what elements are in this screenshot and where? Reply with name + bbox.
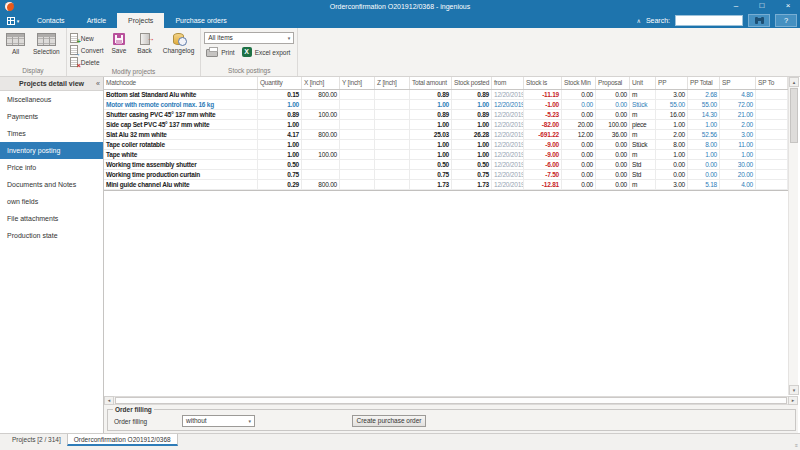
- cell-z-inch[interactable]: [375, 170, 410, 179]
- cell-stock-posted[interactable]: 0.89: [452, 110, 492, 119]
- menu-tab-contacts[interactable]: Contacts: [26, 13, 76, 28]
- cell-proposal[interactable]: 100.00: [596, 120, 630, 129]
- menu-tab-projects[interactable]: Projects: [117, 13, 164, 28]
- cell-z-inch[interactable]: [375, 160, 410, 169]
- cell-unit[interactable]: Std: [630, 170, 656, 179]
- cell-from[interactable]: 12/20/2019: [492, 140, 524, 149]
- sidebar-item-own-fields[interactable]: own fields: [0, 193, 103, 210]
- cell-x-inch[interactable]: 800.00: [302, 180, 340, 189]
- cell-y-inch[interactable]: [340, 160, 375, 169]
- cell-matchcode[interactable]: Tape white: [104, 150, 258, 159]
- cell-proposal[interactable]: 36.00: [596, 130, 630, 139]
- cell-quantity[interactable]: 0.50: [258, 160, 302, 169]
- cell-sp[interactable]: 3.00: [720, 130, 756, 139]
- create-purchase-order-button[interactable]: Create purchase order: [352, 415, 426, 427]
- sidebar-item-times[interactable]: Times: [0, 125, 103, 142]
- cell-z-inch[interactable]: [375, 110, 410, 119]
- cell-from[interactable]: 12/20/2019: [492, 160, 524, 169]
- help-button[interactable]: ?: [775, 14, 797, 27]
- cell-from[interactable]: 12/20/2019: [492, 180, 524, 189]
- scroll-right-icon[interactable]: ▸: [788, 396, 798, 405]
- cell-total-amount[interactable]: 1.00: [410, 150, 452, 159]
- cell-sp[interactable]: 21.00: [720, 110, 756, 119]
- cell-z-inch[interactable]: [375, 100, 410, 109]
- table-row[interactable]: Mini guide channel Alu white0.29800.001.…: [104, 180, 788, 190]
- cell-unit[interactable]: Stück: [630, 100, 656, 109]
- cell-quantity[interactable]: 0.89: [258, 110, 302, 119]
- cell-proposal[interactable]: 0.00: [596, 150, 630, 159]
- cell-unit[interactable]: Std: [630, 160, 656, 169]
- vertical-scroll-thumb[interactable]: [790, 88, 798, 143]
- sidebar-item-payments[interactable]: Payments: [0, 108, 103, 125]
- cell-matchcode[interactable]: Tape coiler rotatable: [104, 140, 258, 149]
- cell-from[interactable]: 12/20/2019: [492, 120, 524, 129]
- sidebar-item-miscellaneous[interactable]: Miscellaneous: [0, 91, 103, 108]
- cell-sp-to[interactable]: [756, 180, 788, 189]
- column-header-total-amount[interactable]: Total amount: [410, 77, 452, 89]
- cell-sp-to[interactable]: [756, 170, 788, 179]
- cell-proposal[interactable]: 0.00: [596, 160, 630, 169]
- scroll-left-icon[interactable]: ◂: [104, 396, 114, 405]
- sidebar-collapse-icon[interactable]: «: [96, 77, 100, 91]
- table-row[interactable]: Shutter casing PVC 45° 137 mm white0.891…: [104, 110, 788, 120]
- cell-z-inch[interactable]: [375, 130, 410, 139]
- cell-sp[interactable]: 4.00: [720, 180, 756, 189]
- cell-pp-total[interactable]: 0.00: [688, 170, 720, 179]
- cell-stock-posted[interactable]: 1.00: [452, 140, 492, 149]
- cell-stock-min[interactable]: 0.00: [562, 150, 596, 159]
- cell-y-inch[interactable]: [340, 150, 375, 159]
- cell-stock-posted[interactable]: 1.00: [452, 100, 492, 109]
- cell-quantity[interactable]: 1.00: [258, 150, 302, 159]
- cell-stock-is[interactable]: -5.23: [524, 110, 562, 119]
- column-header-sp-to[interactable]: SP To: [756, 77, 788, 89]
- column-header-from[interactable]: from: [492, 77, 524, 89]
- cell-total-amount[interactable]: 1.00: [410, 100, 452, 109]
- cell-stock-min[interactable]: 20.00: [562, 120, 596, 129]
- sidebar-item-price-info[interactable]: Price info: [0, 159, 103, 176]
- table-row[interactable]: Motor with remote control max. 16 kg1.00…: [104, 100, 788, 110]
- cell-proposal[interactable]: 0.00: [596, 90, 630, 99]
- new-button[interactable]: + New: [70, 33, 104, 43]
- back-button[interactable]: → Back: [134, 30, 154, 54]
- cell-y-inch[interactable]: [340, 140, 375, 149]
- scroll-up-icon[interactable]: ▴: [789, 77, 799, 87]
- cell-stock-posted[interactable]: 1.73: [452, 180, 492, 189]
- column-header-stock-is[interactable]: Stock is: [524, 77, 562, 89]
- cell-from[interactable]: 12/20/2019: [492, 170, 524, 179]
- find-button[interactable]: [748, 14, 770, 27]
- cell-matchcode[interactable]: Working time production curtain: [104, 170, 258, 179]
- cell-matchcode[interactable]: Slat Alu 32 mm white: [104, 130, 258, 139]
- cell-pp-total[interactable]: 14.30: [688, 110, 720, 119]
- cell-pp-total[interactable]: 1.00: [688, 150, 720, 159]
- cell-stock-min[interactable]: 0.00: [562, 180, 596, 189]
- table-row[interactable]: Tape white1.00100.001.001.0012/20/2019-9…: [104, 150, 788, 160]
- column-header-matchcode[interactable]: Matchcode: [104, 77, 258, 89]
- cell-quantity[interactable]: 0.75: [258, 170, 302, 179]
- stock-items-dropdown[interactable]: All items ▾: [204, 32, 294, 44]
- cell-sp[interactable]: 2.00: [720, 120, 756, 129]
- table-row[interactable]: Bottom slat Standard Alu white0.15800.00…: [104, 90, 788, 100]
- cell-pp-total[interactable]: 5.18: [688, 180, 720, 189]
- table-row[interactable]: Working time production curtain0.750.750…: [104, 170, 788, 180]
- cell-unit[interactable]: m: [630, 180, 656, 189]
- cell-z-inch[interactable]: [375, 180, 410, 189]
- cell-sp[interactable]: 72.00: [720, 100, 756, 109]
- table-row[interactable]: Side cap Set PVC 45° 137 mm white1.001.0…: [104, 120, 788, 130]
- cell-proposal[interactable]: 0.00: [596, 180, 630, 189]
- cell-unit[interactable]: Stück: [630, 140, 656, 149]
- cell-pp-total[interactable]: 0.00: [688, 160, 720, 169]
- column-header-stock-posted[interactable]: Stock posted: [452, 77, 492, 89]
- order-filling-dropdown[interactable]: without ▾: [182, 415, 255, 427]
- menu-tab-purchase-orders[interactable]: Purchase orders: [164, 13, 237, 28]
- cell-y-inch[interactable]: [340, 90, 375, 99]
- cell-sp-to[interactable]: [756, 120, 788, 129]
- cell-stock-is[interactable]: -7.50: [524, 170, 562, 179]
- cell-z-inch[interactable]: [375, 150, 410, 159]
- cell-total-amount[interactable]: 0.50: [410, 160, 452, 169]
- cell-quantity[interactable]: 1.00: [258, 140, 302, 149]
- cell-total-amount[interactable]: 0.75: [410, 170, 452, 179]
- delete-button[interactable]: × Delete: [70, 57, 104, 67]
- cell-sp[interactable]: 4.80: [720, 90, 756, 99]
- cell-y-inch[interactable]: [340, 100, 375, 109]
- cell-quantity[interactable]: 4.17: [258, 130, 302, 139]
